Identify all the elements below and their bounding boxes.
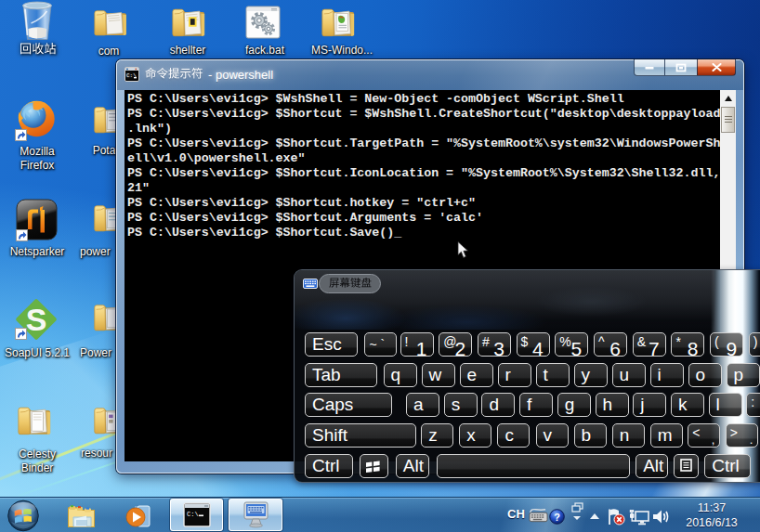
svg-text:S: S: [26, 302, 47, 337]
svg-text:?: ?: [554, 512, 560, 523]
